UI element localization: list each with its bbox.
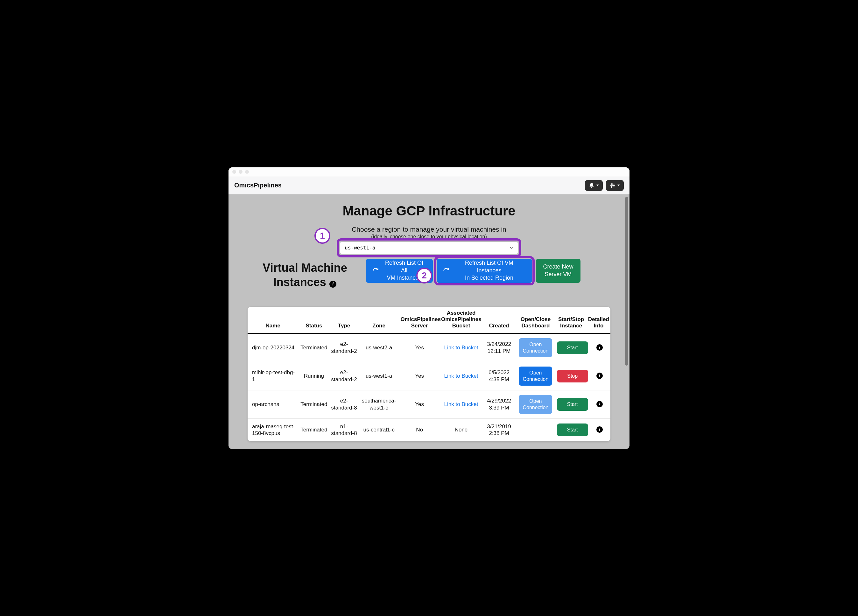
col-header-dashboard: Open/Close Dashboard [516,307,555,334]
cell-status: Terminated [298,390,330,418]
top-navbar: OmicsPipelines [228,177,630,194]
col-header-created: Created [482,307,516,334]
vm-heading-block: Virtual Machine Instances i [247,259,362,289]
col-header-startstop: Start/Stop Instance [556,307,587,334]
col-header-info: Detailed Info [587,307,611,334]
region-prompt: Choose a region to manage your virtual m… [247,226,611,233]
cell-startstop: Start [556,418,587,441]
table-row: mihir-op-test-dbg-1Runninge2-standard-2u… [247,362,611,390]
svg-point-1 [611,183,612,184]
cell-zone: us-west2-a [359,334,399,362]
window-titlebar [228,168,630,177]
cell-status: Terminated [298,418,330,441]
bucket-link[interactable]: Link to Bucket [444,373,478,379]
vm-heading-line1: Virtual Machine [263,261,347,275]
region-select-container: us-west1-a [340,242,518,254]
vm-instances-table: Name Status Type Zone OmicsPipelines Ser… [247,307,611,442]
cell-info: i [587,418,611,441]
cell-name: op-archana [247,390,298,418]
info-icon[interactable]: i [596,344,603,351]
start-instance-button[interactable]: Start [557,424,588,436]
scrollbar-thumb[interactable] [625,197,628,366]
cell-bucket: Link to Bucket [440,390,482,418]
cell-type: e2-standard-2 [330,362,358,390]
caret-down-icon [617,185,620,186]
svg-point-5 [611,186,612,187]
cell-type: e2-standard-2 [330,334,358,362]
refresh-region-vms-button[interactable]: Refresh List Of VM InstancesIn Selected … [437,259,532,283]
cell-zone: southamerica-west1-c [359,390,399,418]
cell-startstop: Start [556,390,587,418]
table-header-row: Name Status Type Zone OmicsPipelines Ser… [247,307,611,334]
cell-status: Running [298,362,330,390]
app-window: OmicsPipelines 1 2 Manage GCP Infrastruc… [228,168,630,449]
window-maximize-icon[interactable] [245,170,249,174]
cell-info: i [587,362,611,390]
cell-info: i [587,334,611,362]
settings-button[interactable] [606,180,624,191]
col-header-status: Status [298,307,330,334]
open-connection-button-disabled: OpenConnection [519,338,552,357]
refresh-region-container: Refresh List Of VM InstancesIn Selected … [437,259,532,283]
main-content: 1 2 Manage GCP Infrastructure Choose a r… [228,194,630,449]
scrollbar-track[interactable] [626,196,629,448]
window-minimize-icon[interactable] [239,170,242,174]
cell-info: i [587,390,611,418]
refresh-icon [443,268,449,274]
cell-startstop: Stop [556,362,587,390]
annotation-step-1: 1 [314,228,330,244]
vm-table-card: Name Status Type Zone OmicsPipelines Ser… [247,307,611,442]
cell-name: mihir-op-test-dbg-1 [247,362,298,390]
page-title: Manage GCP Infrastructure [247,203,611,219]
window-close-icon[interactable] [232,170,236,174]
table-row: op-archanaTerminatede2-standard-8southam… [247,390,611,418]
cell-dashboard: OpenConnection [516,362,555,390]
open-connection-button[interactable]: OpenConnection [519,366,552,386]
notifications-button[interactable] [585,180,603,191]
bucket-link[interactable]: Link to Bucket [444,344,478,351]
info-icon[interactable]: i [596,427,603,433]
button-label: Create NewServer VM [543,263,573,278]
sliders-icon [610,183,616,188]
table-row: djm-op-20220324Terminatede2-standard-2us… [247,334,611,362]
cell-server: Yes [399,390,440,418]
cell-bucket: None [440,418,482,441]
col-header-zone: Zone [359,307,399,334]
info-icon[interactable]: i [596,401,603,407]
cell-created: 4/29/20223:39 PM [482,390,516,418]
cell-created: 3/21/20192:38 PM [482,418,516,441]
button-label: Refresh List Of VM InstancesIn Selected … [452,259,526,282]
cell-dashboard [516,418,555,441]
cell-dashboard: OpenConnection [516,334,555,362]
col-header-server: OmicsPipelines Server [399,307,440,334]
cell-server: Yes [399,362,440,390]
annotation-step-2: 2 [416,268,432,284]
svg-point-3 [613,185,614,186]
open-connection-button-disabled: OpenConnection [519,395,552,414]
cell-created: 3/24/202212:11 PM [482,334,516,362]
caret-down-icon [596,185,599,186]
start-instance-button[interactable]: Start [557,341,588,354]
cell-zone: us-west1-a [359,362,399,390]
start-instance-button[interactable]: Start [557,398,588,411]
app-brand: OmicsPipelines [234,182,282,189]
vm-heading-line2: Instances [274,275,326,289]
bucket-none: None [455,427,468,433]
cell-server: No [399,418,440,441]
stop-instance-button[interactable]: Stop [557,370,588,382]
cell-zone: us-central1-c [359,418,399,441]
table-row: araja-rnaseq-test-150-8vcpusTerminatedn1… [247,418,611,441]
cell-status: Terminated [298,334,330,362]
info-icon[interactable]: i [330,281,336,288]
region-select[interactable]: us-west1-a [340,242,518,254]
bell-icon [589,183,594,188]
cell-bucket: Link to Bucket [440,334,482,362]
col-header-type: Type [330,307,358,334]
cell-type: e2-standard-8 [330,390,358,418]
cell-dashboard: OpenConnection [516,390,555,418]
top-actions [585,180,624,191]
refresh-icon [372,268,379,274]
create-server-vm-button[interactable]: Create NewServer VM [536,259,580,283]
bucket-link[interactable]: Link to Bucket [444,401,478,407]
info-icon[interactable]: i [596,372,603,379]
